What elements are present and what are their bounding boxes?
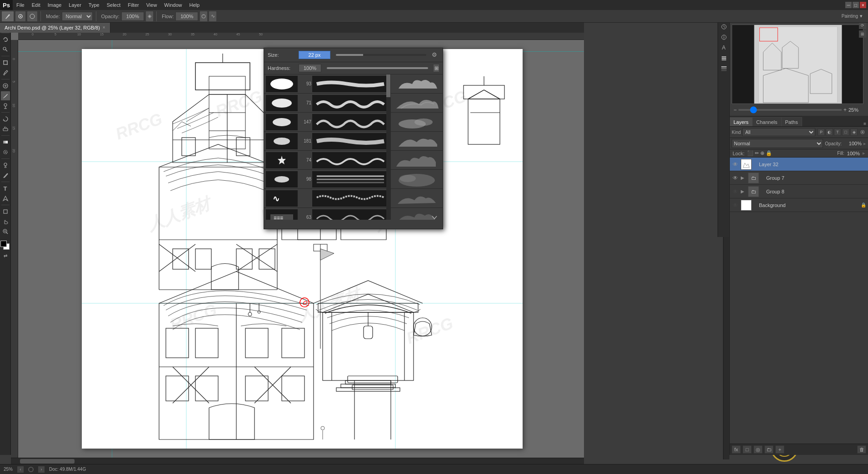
tab-layers[interactable]: Layers xyxy=(730,117,753,126)
brush-size-slider[interactable] xyxy=(336,54,426,56)
brush-settings-icon[interactable]: ⚙ xyxy=(432,51,439,59)
active-tab[interactable]: Archi Demo.psd @ 25% (Layer 32, RGB/8) × xyxy=(0,23,110,33)
filter-shape-btn[interactable]: □ xyxy=(842,128,849,136)
status-nav-prev[interactable]: ‹ xyxy=(17,466,24,473)
create-group-btn[interactable]: 🗀 xyxy=(764,445,773,454)
filter-pixel-btn[interactable]: P xyxy=(818,128,825,136)
layer-row-background[interactable]: 👁 Background 🔒 xyxy=(730,198,868,212)
healing-tool[interactable] xyxy=(1,81,10,90)
lock-image-btn[interactable]: ✏ xyxy=(755,150,759,156)
foreground-color[interactable] xyxy=(0,241,7,247)
brush-hardness-input[interactable] xyxy=(299,64,321,72)
close-button[interactable]: × xyxy=(860,2,866,8)
path-select-tool[interactable] xyxy=(1,194,10,203)
info-icon[interactable] xyxy=(719,33,728,42)
brush-cloud-0[interactable] xyxy=(391,74,443,94)
brush-item-0[interactable]: 93 xyxy=(264,74,390,94)
pen-tool[interactable] xyxy=(1,171,10,180)
layer-row-layer32[interactable]: 👁 Layer 32 xyxy=(730,158,868,171)
layer-eye-layer32[interactable]: 👁 xyxy=(732,161,739,168)
airbrush-btn[interactable] xyxy=(200,11,207,21)
character-style-icon[interactable]: A xyxy=(719,43,728,52)
brush-cloud-5[interactable] xyxy=(391,170,443,189)
nav-zoom-slider[interactable] xyxy=(738,109,842,111)
clone-stamp-tool[interactable] xyxy=(1,101,10,110)
menu-file[interactable]: File xyxy=(13,0,28,10)
menu-select[interactable]: Select xyxy=(103,0,125,10)
opacity-always-btn[interactable]: ◈ xyxy=(146,11,153,21)
zoom-out-icon[interactable]: − xyxy=(733,107,737,113)
brush-tool-btn[interactable] xyxy=(2,11,14,21)
brush-item-1[interactable]: 71 xyxy=(264,94,390,113)
flow-input[interactable] xyxy=(175,12,198,21)
history-icon[interactable] xyxy=(719,22,728,31)
menu-view[interactable]: View xyxy=(143,0,161,10)
panel-toggle-icon[interactable]: ▾ xyxy=(860,13,863,19)
grid-icon[interactable]: ⊞ xyxy=(859,30,866,38)
opacity-input[interactable] xyxy=(121,12,144,21)
color-swatch[interactable] xyxy=(0,241,10,251)
kind-filter-select[interactable]: All Pixel Adjustment Shape xyxy=(742,128,815,136)
channels-icon[interactable] xyxy=(719,64,728,73)
layer-row-group7[interactable]: 👁 ▶ 🗀 Group 7 xyxy=(730,171,868,185)
layers-toggle-icon[interactable] xyxy=(719,54,728,63)
brush-list-icon[interactable]: ⊞ xyxy=(434,64,439,72)
eraser-tool[interactable] xyxy=(1,124,10,133)
lasso-tool[interactable] xyxy=(1,35,10,44)
layer-eye-group8[interactable]: 👁 xyxy=(732,188,739,195)
status-nav-next[interactable]: › xyxy=(38,466,45,473)
layer-eye-background[interactable]: 👁 xyxy=(732,202,739,208)
menu-type[interactable]: Type xyxy=(85,0,103,10)
brush-cloud-2[interactable] xyxy=(391,113,443,132)
layer-row-group8[interactable]: 👁 ▶ 🗀 Group 8 xyxy=(730,185,868,198)
brush-cloud-4[interactable] xyxy=(391,151,443,170)
lock-transparent-btn[interactable]: ⬛ xyxy=(747,150,753,156)
lock-position-btn[interactable]: ⊕ xyxy=(760,150,764,156)
tab-paths[interactable]: Paths xyxy=(782,117,802,126)
brush-size-btn[interactable] xyxy=(27,11,37,21)
shape-tool[interactable] xyxy=(1,207,10,216)
menu-window[interactable]: Window xyxy=(160,0,185,10)
add-mask-btn[interactable]: □ xyxy=(743,445,752,454)
gradient-tool[interactable] xyxy=(1,138,10,147)
maximize-button[interactable]: □ xyxy=(853,2,859,8)
brush-vscroll[interactable] xyxy=(386,74,390,220)
menu-help[interactable]: Help xyxy=(185,0,203,10)
filter-smart-btn[interactable]: ◈ xyxy=(850,128,858,136)
h-scrollbar[interactable] xyxy=(11,458,584,464)
crop-tool[interactable] xyxy=(1,58,10,67)
mode-select[interactable]: Normal Multiply Screen xyxy=(62,12,93,21)
quick-select-tool[interactable] xyxy=(1,45,10,54)
zoom-tool[interactable] xyxy=(1,227,10,236)
menu-filter[interactable]: Filter xyxy=(124,0,142,10)
zoom-in-icon[interactable]: + xyxy=(843,107,847,113)
create-layer-btn[interactable]: + xyxy=(775,445,784,454)
brush-item-7[interactable]: ≡≡≡ 63 xyxy=(264,208,390,220)
brush-item-5[interactable]: 98 xyxy=(264,170,390,189)
brush-options-btn[interactable] xyxy=(15,11,25,21)
minimize-button[interactable]: ─ xyxy=(845,2,852,8)
add-fx-btn[interactable]: fx xyxy=(732,445,741,454)
brush-expand-icon[interactable] xyxy=(431,215,438,220)
tab-close-btn[interactable]: × xyxy=(103,23,105,33)
h-scrollbar-thumb[interactable] xyxy=(20,459,75,464)
brush-item-6[interactable]: ∿ xyxy=(264,189,390,208)
brush-cloud-3[interactable] xyxy=(391,132,443,151)
brush-item-2[interactable]: 147 xyxy=(264,113,390,132)
filter-type-btn[interactable]: T xyxy=(834,128,841,136)
dodge-tool[interactable] xyxy=(1,161,10,170)
layers-options-btn[interactable]: ≡ xyxy=(863,121,866,126)
menu-layer[interactable]: Layer xyxy=(65,0,85,10)
hand-tool[interactable] xyxy=(1,217,10,226)
text-tool[interactable]: T xyxy=(1,184,10,193)
tab-channels[interactable]: Channels xyxy=(753,117,781,126)
brush-hardness-slider[interactable] xyxy=(327,67,428,69)
group8-expand-btn[interactable]: ▶ xyxy=(741,189,746,194)
blur-tool[interactable] xyxy=(1,148,10,157)
menu-edit[interactable]: Edit xyxy=(28,0,44,10)
smooth-btn[interactable]: ∿ xyxy=(209,11,216,21)
delete-layer-btn[interactable]: 🗑 xyxy=(857,445,866,454)
group7-expand-btn[interactable]: ▶ xyxy=(741,175,746,180)
brush-item-4[interactable]: 74 xyxy=(264,151,390,170)
add-adjustment-btn[interactable]: ◎ xyxy=(753,445,763,454)
